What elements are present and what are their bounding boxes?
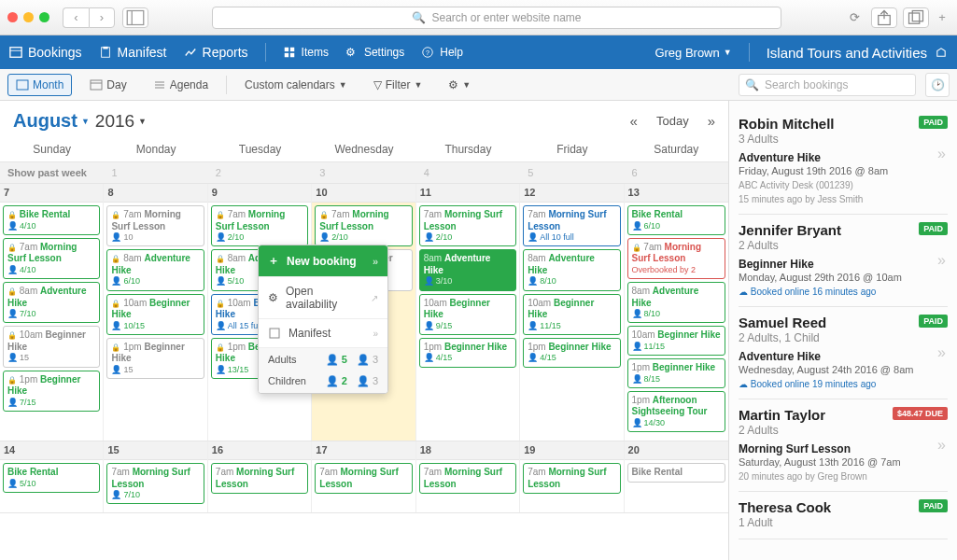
day-cell[interactable]: 167am Morning Surf Lesson: [208, 441, 312, 512]
day-number: 17: [312, 441, 415, 460]
day-cell[interactable]: 14 Bike Rental👤 5/10: [0, 441, 104, 512]
year-picker[interactable]: 2016 ▼: [95, 111, 147, 132]
calendar-event[interactable]: 7am Morning Surf Lesson👤 7/10: [106, 463, 204, 504]
app-nav: Bookings Manifest Reports Items ⚙ Settin…: [0, 35, 957, 69]
open-availability-button[interactable]: ⚙ Open availability ↗: [259, 277, 387, 319]
calendar-event[interactable]: 7am Morning Surf Lesson👤 2/10: [419, 205, 516, 246]
booking-card[interactable]: $48.47 DUEMartin Taylor2 AdultsMorning S…: [739, 399, 948, 492]
calendar-event[interactable]: Bike Rental👤 5/10: [3, 463, 100, 493]
payment-badge: PAID: [919, 116, 948, 129]
past-week-row[interactable]: Show past week123456: [0, 162, 728, 184]
calendar-event[interactable]: 10am Beginner Hike👤 11/15: [627, 326, 725, 356]
calendar-event[interactable]: 🔒 1pm Beginner Hike👤 7/15: [3, 371, 100, 412]
forward-button[interactable]: ›: [89, 7, 115, 28]
search-bookings[interactable]: 🔍 Search bookings: [739, 74, 916, 96]
calendar-event[interactable]: 1pm Beginner Hike👤 8/15: [627, 358, 725, 388]
calendar-event[interactable]: 1pm Afternoon Sightseeing Tour👤 14/30: [627, 391, 725, 432]
calendar-event[interactable]: 7am Morning Surf Lesson: [419, 463, 516, 494]
calendar-event[interactable]: 7am Morning Surf Lesson: [315, 463, 412, 494]
calendar-event[interactable]: 7am Morning Surf Lesson👤 All 10 full: [523, 205, 620, 246]
user-menu[interactable]: Greg Brown ▼: [654, 46, 731, 60]
calendar-event[interactable]: 10am Beginner Hike👤 9/15: [419, 294, 516, 335]
view-day[interactable]: Day: [81, 74, 134, 96]
past-week-label[interactable]: Show past week: [0, 162, 104, 183]
calendar-event[interactable]: 1pm Beginner Hike👤 4/15: [523, 338, 620, 368]
calendar-event[interactable]: 8am Adventure Hike👤 8/10: [523, 249, 620, 290]
filter-dropdown[interactable]: ▽ Filter ▼: [365, 74, 431, 96]
day-cell[interactable]: 7🔒 Bike Rental👤 4/10🔒 7am Morning Surf L…: [0, 184, 104, 441]
month-picker[interactable]: August ▼: [13, 110, 90, 132]
manifest-button[interactable]: Manifest »: [259, 319, 387, 348]
booking-card[interactable]: PAIDTheresa Cook1 Adult: [739, 492, 948, 539]
next-period[interactable]: »: [708, 113, 715, 129]
nav-bookings[interactable]: Bookings: [9, 45, 82, 60]
booking-card[interactable]: PAIDRobin Mitchell3 AdultsAdventure Hike…: [739, 108, 948, 215]
back-button[interactable]: ‹: [63, 7, 89, 28]
calendar-event[interactable]: 🔒 10am Beginner Hike👤 15: [3, 326, 100, 367]
day-cell[interactable]: 127am Morning Surf Lesson👤 All 10 full8a…: [520, 184, 624, 441]
person-icon: 👤: [111, 232, 121, 243]
close-window[interactable]: [7, 12, 18, 22]
minimize-window[interactable]: [23, 12, 34, 22]
calendar-event[interactable]: 🔒 1pm Beginner Hike👤 15: [106, 338, 204, 379]
calendar-event[interactable]: 7am Morning Surf Lesson: [523, 463, 620, 494]
calendar-event[interactable]: Bike Rental👤 6/10: [627, 205, 725, 235]
day-cell[interactable]: 157am Morning Surf Lesson👤 7/10: [104, 441, 207, 512]
prev-period[interactable]: «: [630, 113, 638, 129]
settings-dropdown[interactable]: ⚙ ▼: [440, 74, 479, 96]
url-bar[interactable]: 🔍 Search or enter website name: [212, 7, 781, 29]
day-number: 9: [208, 184, 311, 203]
day-cell[interactable]: 20 Bike Rental: [625, 441, 728, 512]
toolbar: Month Day Agenda Custom calendars ▼ ▽ Fi…: [0, 69, 957, 101]
booking-meta: ☁ Booked online 16 minutes ago: [739, 287, 948, 297]
day-cell[interactable]: 197am Morning Surf Lesson: [520, 441, 624, 512]
calendar-event[interactable]: 🔒 7am Morning Surf Lesson👤 2/10: [211, 205, 308, 246]
new-tab-button[interactable]: +: [935, 7, 950, 28]
today-button[interactable]: Today: [656, 114, 689, 128]
calendar-event[interactable]: 🔒 7am Morning Surf LessonOverbooked by 2: [627, 238, 725, 279]
view-agenda[interactable]: Agenda: [145, 74, 217, 96]
calendar-event[interactable]: Bike Rental: [627, 463, 725, 483]
view-month[interactable]: Month: [7, 74, 72, 96]
calendar-event[interactable]: 10am Beginner Hike👤 11/15: [523, 294, 620, 335]
reload-button[interactable]: ⟳: [845, 7, 864, 28]
person-icon: 👤: [326, 354, 339, 365]
day-cell[interactable]: 117am Morning Surf Lesson👤 2/108am Adven…: [416, 184, 520, 441]
nav-manifest[interactable]: Manifest: [99, 45, 167, 60]
calendar-event[interactable]: 🔒 8am Adventure Hike👤 6/10: [106, 249, 204, 290]
day-cell[interactable]: 13 Bike Rental👤 6/10🔒 7am Morning Surf L…: [625, 184, 728, 441]
new-booking-button[interactable]: ＋ New booking »: [259, 245, 387, 277]
calendar-event[interactable]: 1pm Beginner Hike👤 4/15: [419, 338, 516, 368]
day-cell[interactable]: 8🔒 7am Morning Surf Lesson👤 10🔒 8am Adve…: [104, 184, 207, 441]
day-cell[interactable]: 177am Morning Surf Lesson: [312, 441, 415, 512]
activity-name: Adventure Hike: [739, 350, 948, 363]
maximize-window[interactable]: [39, 12, 49, 22]
person-icon: 👤: [216, 232, 226, 243]
nav-help[interactable]: ? Help: [421, 46, 463, 59]
sidebar-toggle[interactable]: [122, 7, 148, 28]
company-switcher[interactable]: Island Tours and Activities: [767, 45, 948, 61]
day-number: 18: [416, 441, 519, 460]
calendar-event[interactable]: 🔒 10am Beginner Hike👤 10/15: [106, 294, 204, 335]
custom-calendars-dropdown[interactable]: Custom calendars ▼: [236, 74, 356, 96]
party-size: 2 Adults: [739, 239, 948, 252]
history-button[interactable]: 🕑: [925, 73, 950, 97]
calendar-event[interactable]: 🔒 7am Morning Surf Lesson👤 4/10: [3, 238, 100, 279]
calendar-event[interactable]: 7am Morning Surf Lesson: [211, 463, 308, 494]
calendar-event[interactable]: 🔒 7am Morning Surf Lesson👤 10: [106, 205, 204, 246]
booking-card[interactable]: PAIDSamuel Reed2 Adults, 1 ChildAdventur…: [739, 307, 948, 399]
nav-settings[interactable]: ⚙ Settings: [345, 46, 404, 59]
day-cell[interactable]: 187am Morning Surf Lesson: [416, 441, 520, 512]
calendar-event[interactable]: 🔒 8am Adventure Hike👤 7/10: [3, 282, 100, 323]
day-header: Sunday: [0, 137, 104, 161]
share-button[interactable]: [871, 7, 897, 28]
calendar-event[interactable]: 8am Adventure Hike👤 8/10: [627, 282, 725, 323]
calendar-event[interactable]: 🔒 7am Morning Surf Lesson👤 2/10: [315, 205, 412, 246]
nav-reports[interactable]: Reports: [184, 45, 248, 60]
booking-card[interactable]: PAIDJennifer Bryant2 AdultsBeginner Hike…: [739, 215, 948, 307]
calendar-event[interactable]: 🔒 Bike Rental👤 4/10: [3, 205, 100, 235]
nav-items[interactable]: Items: [283, 46, 329, 59]
calendar-event[interactable]: 8am Adventure Hike👤 3/10: [419, 249, 516, 290]
tabs-button[interactable]: [903, 7, 929, 28]
person-icon: 👤: [216, 365, 226, 375]
